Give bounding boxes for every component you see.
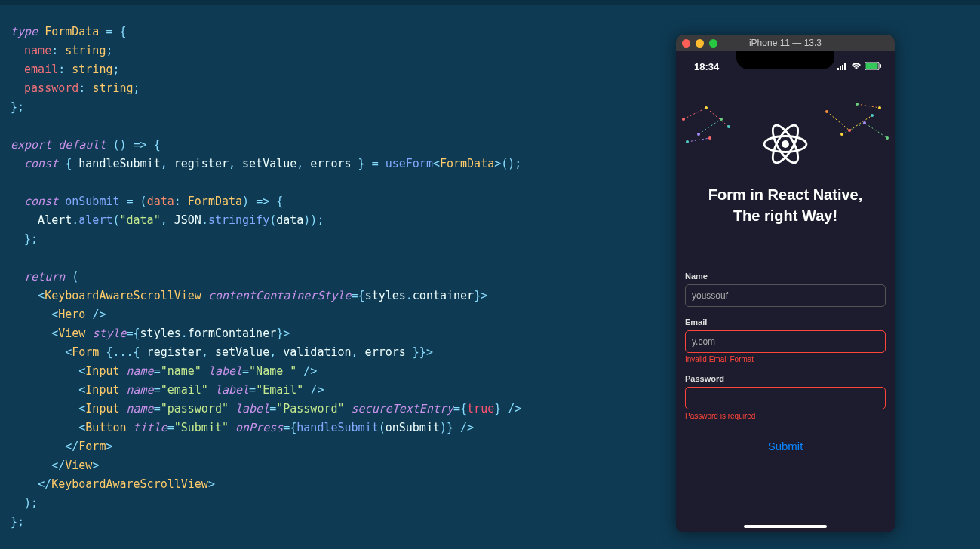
hero-section: Form in React Native, The right Way! — [676, 81, 895, 262]
submit-button[interactable]: Submit — [685, 434, 886, 459]
svg-point-15 — [840, 133, 843, 136]
email-field-group: Email Invalid Email Format — [685, 317, 886, 363]
code-editor[interactable]: type FormData = { name: string; email: s… — [11, 23, 521, 532]
password-input[interactable] — [685, 387, 886, 409]
react-logo-icon — [759, 118, 812, 170]
password-field-group: Password Password is required — [685, 374, 886, 420]
name-label: Name — [685, 271, 886, 281]
svg-rect-6 — [880, 64, 881, 68]
svg-point-21 — [878, 106, 881, 109]
svg-point-25 — [782, 140, 789, 148]
svg-point-11 — [720, 118, 723, 121]
svg-rect-2 — [842, 65, 843, 70]
phone-screen: 18:34 — [676, 51, 895, 532]
hero-title: Form in React Native, The right Way! — [708, 184, 863, 226]
svg-point-7 — [682, 118, 685, 121]
email-input[interactable] — [685, 330, 886, 353]
ios-simulator-window: iPhone 11 — 13.3 18:34 — [676, 35, 895, 532]
simulator-titlebar[interactable]: iPhone 11 — 13.3 — [676, 35, 895, 51]
svg-point-17 — [886, 136, 889, 140]
simulator-title: iPhone 11 — 13.3 — [676, 38, 895, 48]
svg-rect-1 — [840, 66, 841, 70]
svg-rect-0 — [837, 68, 839, 70]
email-label: Email — [685, 317, 886, 327]
home-indicator[interactable] — [744, 525, 827, 528]
email-error: Invalid Email Format — [685, 355, 886, 363]
signal-icon — [837, 61, 848, 72]
svg-point-10 — [697, 133, 700, 136]
svg-rect-5 — [866, 63, 878, 69]
svg-point-9 — [727, 125, 730, 128]
svg-point-18 — [686, 140, 689, 143]
name-field-group: Name — [685, 271, 886, 307]
svg-point-14 — [871, 114, 874, 117]
form-section: Name Email Invalid Email Format Password… — [676, 262, 895, 459]
svg-point-13 — [848, 129, 851, 132]
hero-title-line1: Form in React Native, — [708, 184, 863, 205]
svg-point-12 — [825, 110, 828, 113]
name-input[interactable] — [685, 284, 886, 307]
password-error: Password is required — [685, 412, 886, 420]
svg-point-16 — [863, 121, 866, 124]
wifi-icon — [851, 61, 862, 72]
status-time: 18:34 — [694, 61, 719, 72]
password-label: Password — [685, 374, 886, 383]
hero-title-line2: The right Way! — [708, 205, 863, 226]
svg-point-19 — [708, 136, 711, 140]
svg-rect-3 — [844, 63, 846, 70]
phone-notch — [736, 51, 834, 69]
battery-icon — [865, 61, 881, 72]
editor-top-bar — [0, 0, 980, 5]
status-icons — [837, 61, 881, 72]
svg-point-8 — [705, 106, 708, 109]
svg-point-20 — [856, 103, 859, 106]
